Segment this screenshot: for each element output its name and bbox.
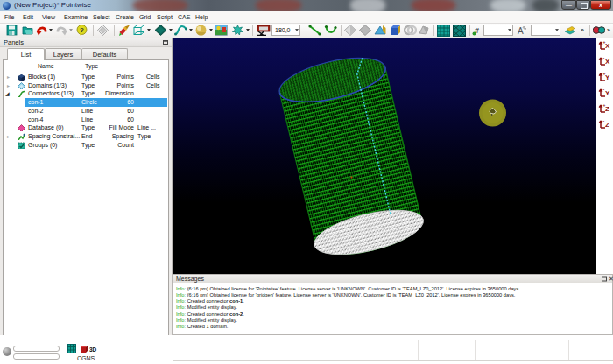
svg-text:X: X xyxy=(605,58,610,66)
svg-text:+: + xyxy=(603,102,606,108)
svg-text:Z: Z xyxy=(605,121,609,129)
svg-text:?: ? xyxy=(80,26,84,34)
svg-text:Z: Z xyxy=(605,105,609,113)
svg-text:Y: Y xyxy=(605,74,610,81)
svg-text:X: X xyxy=(605,42,610,50)
svg-text:+: + xyxy=(603,71,606,76)
svg-text:Y: Y xyxy=(605,89,610,97)
svg-text:+: + xyxy=(603,39,606,45)
